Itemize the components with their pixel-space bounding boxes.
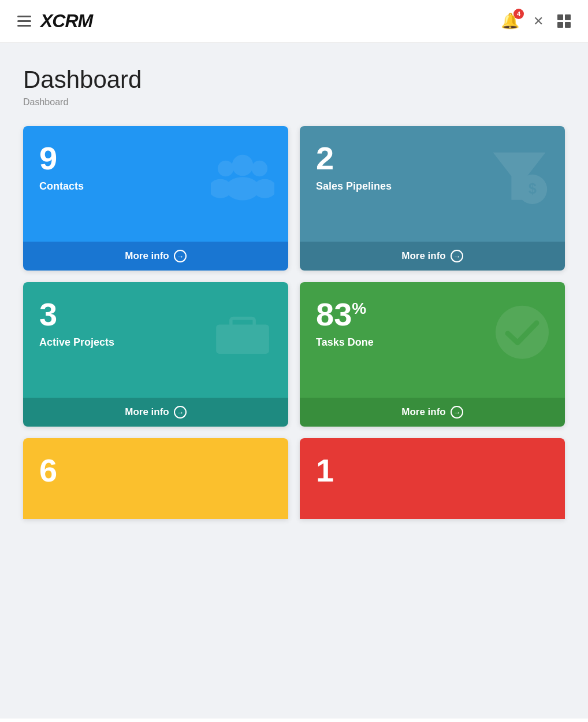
svg-point-2 xyxy=(218,161,234,177)
sales-pipelines-more-info[interactable]: More info → xyxy=(300,242,565,271)
svg-rect-10 xyxy=(231,319,254,328)
logo: XCRM xyxy=(40,10,92,32)
page-title: Dashboard xyxy=(23,66,565,94)
contacts-card-body: 9 Contacts xyxy=(23,126,288,242)
contacts-icon xyxy=(211,150,274,211)
svg-point-13 xyxy=(496,306,549,359)
tasks-done-card: 83% Tasks Done More info → xyxy=(300,282,565,427)
tasks-done-more-info[interactable]: More info → xyxy=(300,398,565,427)
svg-point-0 xyxy=(232,155,254,176)
svg-point-4 xyxy=(252,161,268,177)
partial-yellow-card-body: 6 xyxy=(23,438,288,519)
active-projects-more-info-text: More info xyxy=(125,406,169,418)
tasks-done-more-info-text: More info xyxy=(401,406,446,418)
notification-badge: 4 xyxy=(513,9,524,19)
active-projects-icon xyxy=(211,306,274,367)
breadcrumb: Dashboard xyxy=(23,97,565,108)
contacts-card: 9 Contacts More info → xyxy=(23,126,288,271)
grid-icon[interactable] xyxy=(557,14,571,28)
svg-rect-12 xyxy=(239,334,247,343)
tasks-done-card-body: 83% Tasks Done xyxy=(300,282,565,398)
tasks-done-icon xyxy=(493,303,551,370)
dashboard-grid: 9 Contacts More info → xyxy=(23,126,565,519)
main-content: Dashboard Dashboard 9 Contacts xyxy=(0,43,588,719)
sales-pipelines-arrow-icon: → xyxy=(451,250,463,262)
active-projects-arrow-icon: → xyxy=(174,406,187,419)
header: XCRM 🔔 4 ✕ xyxy=(0,0,588,43)
contacts-more-info-text: More info xyxy=(125,250,169,262)
logo-text: XCRM xyxy=(40,10,92,31)
sales-pipelines-more-info-text: More info xyxy=(401,250,446,262)
partial-yellow-number: 6 xyxy=(39,454,272,487)
active-projects-card: 3 Active Projects More info → xyxy=(23,282,288,427)
partial-red-number: 1 xyxy=(316,454,549,487)
tasks-done-arrow-icon: → xyxy=(451,406,463,419)
hamburger-icon[interactable] xyxy=(17,16,31,27)
contacts-arrow-icon: → xyxy=(174,250,187,262)
sales-pipelines-card: 2 Sales Pipelines $ More info → xyxy=(300,126,565,271)
svg-text:$: $ xyxy=(529,180,537,197)
partial-yellow-card: 6 xyxy=(23,438,288,519)
active-projects-more-info[interactable]: More info → xyxy=(23,398,288,427)
sales-pipelines-card-body: 2 Sales Pipelines $ xyxy=(300,126,565,242)
contacts-more-info[interactable]: More info → xyxy=(23,242,288,271)
notification-bell[interactable]: 🔔 4 xyxy=(501,12,519,30)
header-right: 🔔 4 ✕ xyxy=(501,12,571,30)
expand-icon[interactable]: ✕ xyxy=(533,14,544,29)
partial-red-card-body: 1 xyxy=(300,438,565,519)
partial-red-card: 1 xyxy=(300,438,565,519)
header-left: XCRM xyxy=(17,10,92,32)
sales-pipelines-icon: $ xyxy=(487,147,551,214)
active-projects-card-body: 3 Active Projects xyxy=(23,282,288,398)
